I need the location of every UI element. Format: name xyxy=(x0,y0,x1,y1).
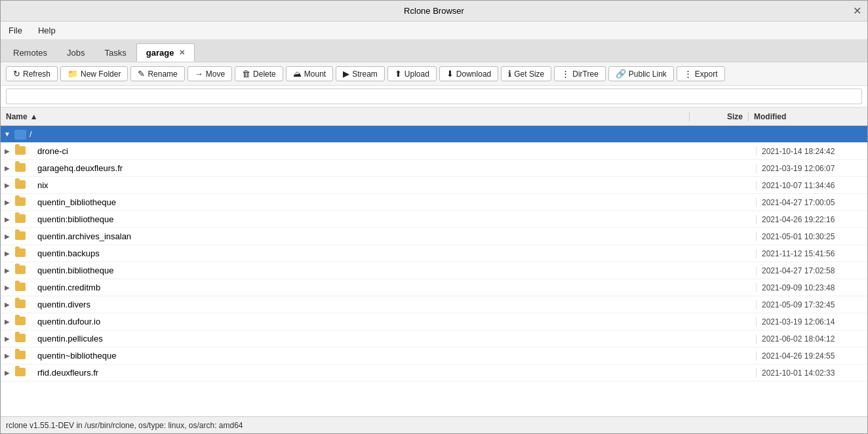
expand-icon[interactable]: ▶ xyxy=(1,199,14,206)
folder-icon xyxy=(14,214,27,225)
file-modified: 2021-03-19 12:06:14 xyxy=(756,317,867,326)
file-name: nix xyxy=(27,180,697,190)
dirtree-icon: ⋮ xyxy=(561,69,570,79)
file-modified: 2021-06-02 18:04:12 xyxy=(756,334,867,344)
file-modified: 2021-09-09 10:23:48 xyxy=(756,283,867,292)
table-row[interactable]: ▶drone-ci2021-10-14 18:24:42 xyxy=(1,143,867,160)
file-modified: 2021-03-19 12:06:07 xyxy=(756,164,867,173)
dirtree-button[interactable]: ⋮ DirTree xyxy=(554,66,606,81)
expand-icon[interactable]: ▶ xyxy=(1,318,14,325)
file-name: quentin.divers xyxy=(27,300,697,309)
folder-icon xyxy=(14,300,27,310)
searchbar xyxy=(1,86,867,108)
stream-icon: ▶ xyxy=(343,69,349,79)
expand-icon[interactable]: ▼ xyxy=(1,130,14,138)
table-row[interactable]: ▶quentin.dufour.io2021-03-19 12:06:14 xyxy=(1,313,867,330)
table-row[interactable]: ▶quentin.creditmb2021-09-09 10:23:48 xyxy=(1,279,867,296)
expand-icon[interactable]: ▶ xyxy=(1,148,14,155)
expand-icon[interactable]: ▶ xyxy=(1,369,14,376)
column-headers: Name ▲ Size Modified xyxy=(1,108,867,126)
folder-icon: 📁 xyxy=(68,69,78,79)
rename-button[interactable]: ✎ Rename xyxy=(130,66,184,81)
table-row[interactable]: ▶quentin_bibliotheque2021-04-27 17:00:05 xyxy=(1,194,867,211)
expand-icon[interactable]: ▶ xyxy=(1,165,14,172)
table-row[interactable]: ▶quentin.pellicules2021-06-02 18:04:12 xyxy=(1,330,867,347)
file-rows: ▼/▶drone-ci2021-10-14 18:24:42▶garagehq.… xyxy=(1,126,867,382)
remote-icon xyxy=(14,128,27,140)
move-button[interactable]: → Move xyxy=(187,66,232,81)
expand-icon[interactable]: ▶ xyxy=(1,301,14,308)
file-name: / xyxy=(27,129,697,139)
folder-icon xyxy=(14,283,27,293)
file-modified: 2021-10-07 11:34:46 xyxy=(756,181,867,190)
menu-file[interactable]: File xyxy=(6,24,25,37)
file-name: quentin_bibliotheque xyxy=(27,197,697,207)
titlebar-title: Rclone Browser xyxy=(404,6,464,16)
rename-icon: ✎ xyxy=(138,69,145,79)
tab-tasks[interactable]: Tasks xyxy=(95,43,136,62)
menu-help[interactable]: Help xyxy=(35,24,58,37)
stream-button[interactable]: ▶ Stream xyxy=(336,66,385,81)
file-name: quentin.pellicules xyxy=(27,334,697,344)
expand-icon[interactable]: ▶ xyxy=(1,216,14,223)
table-row[interactable]: ▶quentin.divers2021-05-09 17:32:45 xyxy=(1,296,867,313)
table-row[interactable]: ▶quentin.backups2021-11-12 15:41:56 xyxy=(1,245,867,262)
filelist: Name ▲ Size Modified ▼/▶drone-ci2021-10-… xyxy=(1,108,867,416)
file-modified: 2021-05-09 17:32:45 xyxy=(756,300,867,309)
expand-icon[interactable]: ▶ xyxy=(1,182,14,189)
public-link-button[interactable]: 🔗 Public Link xyxy=(608,66,674,81)
upload-button[interactable]: ⬆ Upload xyxy=(387,66,437,81)
sort-asc-icon: ▲ xyxy=(30,112,38,121)
tab-remotes[interactable]: Remotes xyxy=(3,43,57,62)
folder-icon xyxy=(14,368,27,378)
file-name: quentin.bibliotheque xyxy=(27,266,697,275)
table-row[interactable]: ▶quentin.archives_insalan2021-05-01 10:3… xyxy=(1,228,867,245)
table-row[interactable]: ▶quentin.bibliotheque2021-04-27 17:02:58 xyxy=(1,262,867,279)
close-button[interactable]: ✕ xyxy=(852,6,862,16)
expand-icon[interactable]: ▶ xyxy=(1,352,14,359)
tab-garage[interactable]: garage ✕ xyxy=(136,43,195,62)
folder-icon xyxy=(14,163,27,174)
tab-close-garage[interactable]: ✕ xyxy=(179,49,185,57)
file-modified: 2021-04-27 17:02:58 xyxy=(756,266,867,275)
table-row[interactable]: ▶rfid.deuxfleurs.fr2021-10-01 14:02:33 xyxy=(1,365,867,382)
table-row[interactable]: ▶quentin:bibliotheque2021-04-26 19:22:16 xyxy=(1,211,867,228)
expand-icon[interactable]: ▶ xyxy=(1,250,14,257)
tab-jobs[interactable]: Jobs xyxy=(57,43,94,62)
export-button[interactable]: ⋮ Export xyxy=(677,66,725,81)
folder-icon xyxy=(14,317,27,327)
folder-icon xyxy=(14,231,27,242)
search-input[interactable] xyxy=(6,89,862,104)
table-row[interactable]: ▶nix2021-10-07 11:34:46 xyxy=(1,177,867,194)
tabbar: Remotes Jobs Tasks garage ✕ xyxy=(1,40,867,62)
expand-icon[interactable]: ▶ xyxy=(1,284,14,291)
column-name-header[interactable]: Name ▲ xyxy=(1,112,689,121)
folder-icon xyxy=(14,351,27,361)
expand-icon[interactable]: ▶ xyxy=(1,267,14,274)
statusbar: rclone v1.55.1-DEV in /usr/bin/rclone, o… xyxy=(1,416,867,433)
expand-icon[interactable]: ▶ xyxy=(1,233,14,240)
mount-button[interactable]: ⛰ Mount xyxy=(286,66,333,81)
folder-icon xyxy=(14,248,27,259)
toolbar: ↻ Refresh 📁 New Folder ✎ Rename → Move 🗑… xyxy=(1,62,867,86)
expand-icon[interactable]: ▶ xyxy=(1,335,14,342)
folder-icon xyxy=(14,334,27,344)
file-name: quentin.backups xyxy=(27,248,697,258)
table-row[interactable]: ▶quentin~bibliotheque2021-04-26 19:24:55 xyxy=(1,347,867,365)
export-icon: ⋮ xyxy=(684,69,692,79)
folder-icon xyxy=(14,197,27,208)
refresh-button[interactable]: ↻ Refresh xyxy=(6,66,58,81)
download-button[interactable]: ⬇ Download xyxy=(439,66,498,81)
column-size-header[interactable]: Size xyxy=(689,112,748,121)
get-size-button[interactable]: ℹ Get Size xyxy=(501,66,551,81)
file-modified: 2021-04-27 17:00:05 xyxy=(756,198,867,207)
file-modified: 2021-10-14 18:24:42 xyxy=(756,147,867,156)
table-row[interactable]: ▼/ xyxy=(1,126,867,143)
file-name: quentin~bibliotheque xyxy=(27,351,697,361)
new-folder-button[interactable]: 📁 New Folder xyxy=(60,66,128,81)
table-row[interactable]: ▶garagehq.deuxfleurs.fr2021-03-19 12:06:… xyxy=(1,160,867,177)
delete-button[interactable]: 🗑 Delete xyxy=(235,66,283,81)
folder-icon xyxy=(14,180,27,191)
column-modified-header[interactable]: Modified xyxy=(748,112,859,121)
delete-icon: 🗑 xyxy=(242,69,250,79)
